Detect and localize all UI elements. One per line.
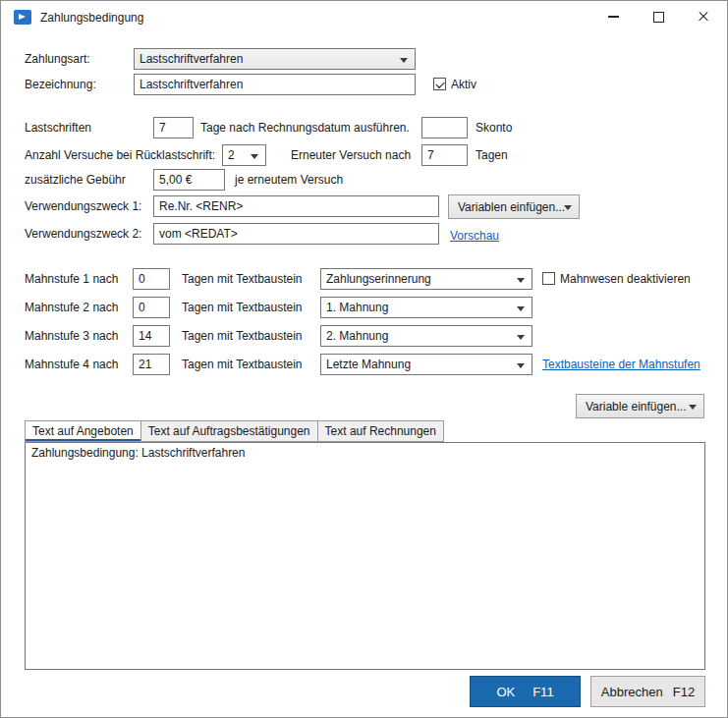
mahnstufe-3-label: Mahnstufe 3 nach <box>25 325 118 347</box>
ok-button[interactable]: OK F11 <box>470 676 581 707</box>
chevron-down-icon <box>689 405 697 410</box>
vorschau-link[interactable]: Vorschau <box>450 225 499 247</box>
gebuehr-suffix-label: je erneutem Versuch <box>235 169 343 191</box>
variablen-einfuegen-label: Variablen einfügen... <box>458 200 565 214</box>
minimize-button[interactable] <box>590 2 636 31</box>
mahnstufe-2-mid-label: Tagen mit Textbaustein <box>182 297 303 318</box>
gebuehr-input[interactable] <box>153 169 225 191</box>
lastschriften-suffix-label: Tage nach Rechnungsdatum ausführen. <box>200 117 410 138</box>
app-icon <box>14 10 31 25</box>
window-controls <box>590 2 726 31</box>
mahnstufe-4-label: Mahnstufe 4 nach <box>25 354 118 375</box>
chevron-down-icon <box>517 363 525 368</box>
skonto-input[interactable] <box>421 117 468 138</box>
mahnstufe-1-label: Mahnstufe 1 nach <box>25 268 118 290</box>
mahnstufe-2-textbaustein-select[interactable]: 1. Mahnung <box>320 297 532 318</box>
bezeichnung-label: Bezeichnung: <box>25 74 96 95</box>
tab-label: Text auf Angeboten <box>32 424 134 438</box>
zahlungsart-label: Zahlungsart: <box>25 48 90 70</box>
aktiv-label: Aktiv <box>451 74 476 95</box>
mahnstufe-3-textbaustein-value: 2. Mahnung <box>326 329 388 343</box>
mahnstufe-1-mid-label: Tagen mit Textbaustein <box>182 268 303 290</box>
close-button[interactable] <box>681 2 726 31</box>
tab-label: Text auf Auftragsbestätigungen <box>148 424 310 438</box>
lastschriften-tage-input[interactable] <box>153 117 194 138</box>
mahnstufe-4-textbaustein-value: Letzte Mahnung <box>326 358 411 371</box>
abbrechen-button[interactable]: Abbrechen F12 <box>590 676 705 707</box>
mahnstufe-4-textbaustein-select[interactable]: Letzte Mahnung <box>320 354 532 375</box>
mahnstufe-1-textbaustein-select[interactable]: Zahlungserinnerung <box>320 268 532 290</box>
variablen-einfuegen-button[interactable]: Variablen einfügen... <box>448 194 580 219</box>
tab-text-auf-angeboten[interactable]: Text auf Angeboten <box>25 420 141 442</box>
ruecklastschrift-label: Anzahl Versuche bei Rücklastschrift: <box>25 144 215 166</box>
maximize-button[interactable] <box>636 2 681 31</box>
minimize-icon <box>608 16 619 17</box>
skonto-label: Skonto <box>476 117 512 138</box>
title-bar: Zahlungsbedingung <box>1 1 727 34</box>
mahnwesen-deaktivieren-label: Mahnwesen deaktivieren <box>560 268 691 290</box>
verwendungszweck2-label: Verwendungszweck 2: <box>25 223 141 245</box>
tab-text-auf-auftragsbestaetigungen[interactable]: Text auf Auftragsbestätigungen <box>140 420 318 442</box>
mahnstufe-3-textbaustein-select[interactable]: 2. Mahnung <box>320 325 532 347</box>
variable-einfuegen-label: Variable einfügen... <box>586 400 687 414</box>
versuche-value: 2 <box>228 148 235 162</box>
zahlungsart-value: Lastschriftverfahren <box>140 52 243 66</box>
aktiv-checkbox[interactable] <box>433 78 446 90</box>
mahnstufe-2-label: Mahnstufe 2 nach <box>25 297 118 318</box>
erneuter-versuch-label: Erneuter Versuch nach <box>291 144 411 166</box>
maximize-icon <box>653 12 664 23</box>
tab-text-auf-rechnungen[interactable]: Text auf Rechnungen <box>317 420 444 442</box>
ok-button-hotkey: F11 <box>532 685 553 699</box>
ok-button-label: OK <box>496 685 515 699</box>
textbausteine-mahnstufen-link[interactable]: Textbausteine der Mahnstufen <box>542 354 700 375</box>
mahnstufe-1-textbaustein-value: Zahlungserinnerung <box>326 272 431 286</box>
verwendungszweck1-label: Verwendungszweck 1: <box>25 195 141 217</box>
abbrechen-button-hotkey: F12 <box>673 685 695 699</box>
mahnwesen-deaktivieren-checkbox[interactable] <box>542 272 555 285</box>
tab-label: Text auf Rechnungen <box>325 424 436 438</box>
zahlungsart-select[interactable]: Lastschriftverfahren <box>134 48 416 70</box>
variable-einfuegen-button[interactable]: Variable einfügen... <box>576 394 704 418</box>
gebuehr-label: zusätzliche Gebühr <box>25 169 126 191</box>
close-icon <box>698 11 709 23</box>
versuche-select[interactable]: 2 <box>222 144 266 166</box>
mahnstufe-4-mid-label: Tagen mit Textbaustein <box>182 354 303 375</box>
mahnstufe-4-days-input[interactable] <box>133 354 170 375</box>
chevron-down-icon <box>564 205 572 210</box>
chevron-down-icon <box>517 335 525 340</box>
lastschriften-label: Lastschriften <box>25 117 91 138</box>
mahnstufe-2-textbaustein-value: 1. Mahnung <box>326 301 388 314</box>
angebote-text-editor[interactable]: Zahlungsbedingung: Lastschriftverfahren <box>25 442 705 670</box>
chevron-down-icon <box>251 154 258 159</box>
mahnstufe-1-days-input[interactable] <box>133 268 170 290</box>
bezeichnung-input[interactable] <box>134 74 416 95</box>
window-title: Zahlungsbedingung <box>40 1 143 34</box>
text-tab-strip: Text auf Angeboten Text auf Auftragsbest… <box>25 420 443 442</box>
erneuter-versuch-tage-input[interactable] <box>421 144 468 166</box>
mahnstufe-3-mid-label: Tagen mit Textbaustein <box>182 325 303 347</box>
tagen-label: Tagen <box>476 144 508 166</box>
chevron-down-icon <box>400 58 408 63</box>
chevron-down-icon <box>517 278 525 283</box>
abbrechen-button-label: Abbrechen <box>601 685 663 699</box>
zahlungsbedingung-dialog: Zahlungsbedingung Zahlungsart: Lastschri… <box>0 0 728 718</box>
chevron-down-icon <box>517 306 525 311</box>
verwendungszweck2-input[interactable] <box>153 223 439 245</box>
mahnstufe-2-days-input[interactable] <box>133 297 170 318</box>
verwendungszweck1-input[interactable] <box>153 195 439 217</box>
mahnstufe-3-days-input[interactable] <box>133 325 170 347</box>
